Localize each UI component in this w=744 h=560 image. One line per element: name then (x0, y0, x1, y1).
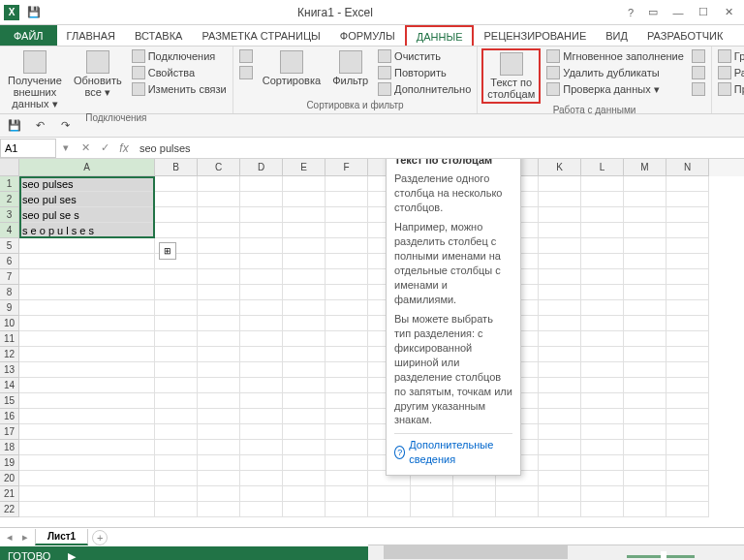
cell[interactable] (666, 440, 709, 455)
cell[interactable] (198, 316, 240, 331)
cell[interactable] (19, 316, 155, 331)
cell[interactable] (326, 347, 368, 362)
cell[interactable] (155, 424, 198, 440)
cell[interactable] (453, 486, 496, 502)
cell[interactable] (198, 424, 240, 440)
cell[interactable] (155, 331, 198, 347)
cell[interactable] (198, 440, 240, 455)
cell[interactable] (283, 285, 326, 300)
tab-data[interactable]: ДАННЫЕ (405, 25, 475, 46)
row-header[interactable]: 9 (0, 300, 19, 316)
edit-links-button[interactable]: Изменить связи (130, 81, 229, 97)
cell[interactable] (581, 269, 624, 285)
cell[interactable] (155, 362, 198, 378)
cell[interactable] (411, 486, 453, 502)
cell[interactable] (539, 254, 581, 269)
status-macro-icon[interactable]: ▶ (68, 550, 76, 561)
cell[interactable] (326, 393, 368, 409)
cell[interactable] (539, 455, 581, 471)
cell[interactable] (240, 486, 283, 502)
column-header[interactable]: A (19, 159, 155, 176)
row-header[interactable]: 20 (0, 471, 19, 486)
cell[interactable] (581, 223, 624, 238)
row-header[interactable]: 16 (0, 409, 19, 424)
row-header[interactable]: 12 (0, 347, 19, 362)
column-header[interactable]: M (624, 159, 666, 176)
data-validation-button[interactable]: Проверка данных ▾ (544, 81, 686, 97)
cell[interactable] (326, 285, 368, 300)
cell[interactable] (581, 424, 624, 440)
row-header[interactable]: 13 (0, 362, 19, 378)
cell[interactable] (666, 285, 709, 300)
cell[interactable] (666, 316, 709, 331)
cell[interactable] (240, 455, 283, 471)
cell[interactable] (539, 362, 581, 378)
cell[interactable] (326, 378, 368, 393)
cell[interactable] (19, 502, 155, 517)
cell[interactable]: seo pul ses (19, 192, 155, 207)
cell[interactable] (539, 238, 581, 254)
close-icon[interactable]: ✕ (717, 4, 740, 21)
cell[interactable] (240, 393, 283, 409)
cell[interactable] (581, 207, 624, 223)
cell[interactable] (666, 223, 709, 238)
cell[interactable] (155, 409, 198, 424)
cell[interactable] (283, 409, 326, 424)
cell[interactable] (624, 207, 666, 223)
cell[interactable] (283, 502, 326, 517)
cell[interactable] (198, 238, 240, 254)
column-header[interactable]: B (155, 159, 198, 176)
cell[interactable] (240, 207, 283, 223)
cell[interactable] (240, 471, 283, 486)
cell[interactable] (624, 285, 666, 300)
cell[interactable] (19, 347, 155, 362)
cell[interactable] (581, 176, 624, 192)
cell[interactable] (240, 192, 283, 207)
cell[interactable] (19, 331, 155, 347)
cell[interactable]: seo pul se s (19, 207, 155, 223)
ungroup-button[interactable]: Разгруппировать ▾ (716, 65, 744, 80)
cell[interactable] (539, 471, 581, 486)
cell[interactable] (581, 455, 624, 471)
cell[interactable] (326, 269, 368, 285)
cell[interactable] (19, 378, 155, 393)
refresh-all-button[interactable]: Обновить все ▾ (70, 48, 126, 100)
cell[interactable] (666, 331, 709, 347)
cell[interactable] (283, 362, 326, 378)
cell[interactable] (155, 440, 198, 455)
cell[interactable] (581, 440, 624, 455)
row-header[interactable]: 18 (0, 440, 19, 455)
cell[interactable] (283, 440, 326, 455)
cell[interactable] (283, 254, 326, 269)
cell[interactable] (19, 409, 155, 424)
cell[interactable] (581, 409, 624, 424)
cell[interactable] (240, 300, 283, 316)
cell[interactable] (624, 455, 666, 471)
cell[interactable] (198, 455, 240, 471)
cell[interactable] (283, 393, 326, 409)
sort-az-button[interactable] (237, 48, 255, 64)
advanced-filter-button[interactable]: Дополнительно (376, 81, 473, 97)
cell[interactable] (539, 223, 581, 238)
cell[interactable] (326, 424, 368, 440)
cell[interactable] (283, 486, 326, 502)
connections-button[interactable]: Подключения (130, 48, 229, 64)
name-box[interactable]: A1 (0, 139, 56, 158)
cell[interactable] (198, 331, 240, 347)
cell[interactable] (240, 378, 283, 393)
cell[interactable] (198, 223, 240, 238)
cell[interactable] (198, 207, 240, 223)
cell[interactable] (198, 285, 240, 300)
ribbon-options-icon[interactable]: ▭ (641, 4, 665, 21)
cell[interactable] (155, 223, 198, 238)
row-header[interactable]: 6 (0, 254, 19, 269)
row-header[interactable]: 4 (0, 223, 19, 238)
tab-review[interactable]: РЕЦЕНЗИРОВАНИЕ (474, 25, 596, 46)
sort-button[interactable]: Сортировка (259, 48, 325, 88)
row-header[interactable]: 11 (0, 331, 19, 347)
cell[interactable]: s e o p u l s e s (19, 223, 155, 238)
text-to-columns-button[interactable]: Текст по столбцам (481, 48, 541, 104)
column-header[interactable]: F (326, 159, 368, 176)
row-header[interactable]: 2 (0, 192, 19, 207)
tab-layout[interactable]: РАЗМЕТКА СТРАНИЦЫ (192, 25, 329, 46)
